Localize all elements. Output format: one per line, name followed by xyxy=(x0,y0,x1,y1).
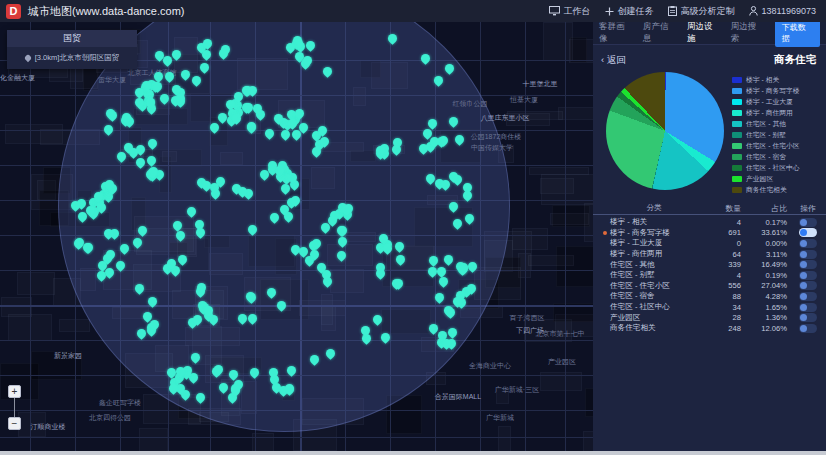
tab-房产信息[interactable]: 房产信息 xyxy=(643,21,676,45)
create-task-button[interactable]: 创建任务 xyxy=(605,5,654,18)
table-row: 楼宇 - 商住两用643.11% xyxy=(593,249,826,260)
row-percent: 27.04% xyxy=(741,281,787,290)
row-toggle[interactable] xyxy=(799,303,817,312)
map-label: 文化金融大厦 xyxy=(0,73,35,83)
location-title: 国贸 xyxy=(7,30,137,47)
row-count: 248 xyxy=(705,324,741,333)
row-percent: 12.06% xyxy=(741,324,787,333)
tab-周边设施[interactable]: 周边设施 xyxy=(687,21,720,45)
pie-chart[interactable] xyxy=(606,72,724,190)
top-bar: D 城市地图(www.data-dance.com) 工作台 创建任务 高级分析… xyxy=(0,0,826,22)
location-detail: [3.0km]北京市朝阳区国贸 xyxy=(35,53,120,63)
user-icon xyxy=(749,6,758,16)
row-toggle[interactable] xyxy=(799,292,817,301)
row-category: 商务住宅相关 xyxy=(603,323,705,333)
map-label: 雷华大厦 xyxy=(98,75,126,85)
map-label: 十里堡北里 xyxy=(523,79,558,89)
row-toggle[interactable] xyxy=(799,239,817,248)
row-toggle[interactable] xyxy=(799,271,817,280)
table-row: 住宅区 - 宿舍884.28% xyxy=(593,291,826,302)
map-label: 中国传媒大学 xyxy=(471,143,513,153)
row-percent: 1.65% xyxy=(741,303,787,312)
row-category: 产业园区 xyxy=(603,313,705,323)
zoom-out-button[interactable]: − xyxy=(8,417,21,430)
row-category: 住宅区 - 宿舍 xyxy=(603,291,705,301)
row-category: 住宅区 - 社区中心 xyxy=(603,302,705,312)
map-label: 恒基大厦 xyxy=(510,95,538,105)
legend-item[interactable]: 住宅区 - 宿舍 xyxy=(732,152,800,163)
legend-label: 楼宇 - 商住两用 xyxy=(746,108,793,118)
legend-item[interactable]: 住宅区 - 社区中心 xyxy=(732,163,800,174)
row-toggle[interactable] xyxy=(799,313,817,322)
clipboard-icon xyxy=(668,6,677,16)
row-count: 28 xyxy=(705,313,741,322)
table-header-row: 分类 数量 占比 操作 xyxy=(593,202,826,215)
map-label: 全海商业中心 xyxy=(469,361,511,371)
pie-legend: 楼宇 - 相关楼宇 - 商务写字楼楼宇 - 工业大厦楼宇 - 商住两用住宅区 -… xyxy=(732,74,800,196)
row-toggle[interactable] xyxy=(799,250,817,259)
legend-item[interactable]: 楼宇 - 商住两用 xyxy=(732,107,800,118)
row-count: 339 xyxy=(705,260,741,269)
tab-客群画像[interactable]: 客群画像 xyxy=(599,21,632,45)
location-detail-row: [3.0km]北京市朝阳区国贸 xyxy=(7,47,137,69)
map-label: 产业园区 xyxy=(548,357,576,367)
legend-label: 住宅区 - 社区中心 xyxy=(746,163,800,173)
row-category: 住宅区 - 其他 xyxy=(603,260,705,270)
row-count: 0 xyxy=(705,239,741,248)
bottom-edge-strip xyxy=(0,451,826,455)
download-data-button[interactable]: 下载数据 xyxy=(775,19,820,47)
row-percent: 0.00% xyxy=(741,239,787,248)
row-toggle[interactable] xyxy=(799,218,817,227)
account-phone[interactable]: 13811969073 xyxy=(749,6,816,16)
row-percent: 4.28% xyxy=(741,292,787,301)
legend-item[interactable]: 住宅区 - 别墅 xyxy=(732,129,800,140)
advanced-analysis-button[interactable]: 高级分析定制 xyxy=(668,5,735,18)
col-category: 分类 xyxy=(603,203,705,213)
table-row: 住宅区 - 住宅小区55627.04% xyxy=(593,281,826,292)
map-label: 鑫企旺写字楼 xyxy=(99,398,141,408)
legend-swatch xyxy=(732,143,742,149)
row-category: 楼宇 - 工业大厦 xyxy=(603,238,705,248)
row-toggle[interactable] xyxy=(799,324,817,333)
selected-row-dot xyxy=(603,231,607,235)
workbench-button[interactable]: 工作台 xyxy=(549,5,591,18)
row-toggle[interactable] xyxy=(799,228,817,237)
app-logo: D xyxy=(6,4,21,19)
zoom-in-button[interactable]: + xyxy=(8,385,21,398)
panel-tabbar: 客群画像房产信息周边设施周边搜索 下载数据 xyxy=(593,22,826,45)
row-toggle[interactable] xyxy=(799,260,817,269)
row-count: 64 xyxy=(705,250,741,259)
location-pin-icon xyxy=(23,54,31,62)
legend-item[interactable]: 产业园区 xyxy=(732,174,800,185)
table-row: 商务住宅相关24812.06% xyxy=(593,323,826,334)
legend-item[interactable]: 楼宇 - 相关 xyxy=(732,74,800,85)
app-window: D 城市地图(www.data-dance.com) 工作台 创建任务 高级分析… xyxy=(0,0,826,455)
monitor-icon xyxy=(549,6,560,16)
row-count: 4 xyxy=(705,271,741,280)
row-count: 4 xyxy=(705,218,741,227)
table-body: 楼宇 - 相关40.17%楼宇 - 商务写字楼69133.61%楼宇 - 工业大… xyxy=(593,217,826,334)
back-button[interactable]: ‹ 返回 xyxy=(601,54,626,67)
tab-周边搜索[interactable]: 周边搜索 xyxy=(731,21,764,45)
legend-label: 产业园区 xyxy=(746,174,773,184)
legend-item[interactable]: 商务住宅相关 xyxy=(732,185,800,196)
chart-header: ‹ 返回 商务住宅 xyxy=(593,45,826,67)
legend-item[interactable]: 楼宇 - 工业大厦 xyxy=(732,96,800,107)
row-category: 住宅区 - 别墅 xyxy=(603,270,705,280)
row-category: 楼宇 - 商住两用 xyxy=(603,249,705,259)
row-count: 34 xyxy=(705,303,741,312)
legend-item[interactable]: 住宅区 - 住宅小区 xyxy=(732,141,800,152)
legend-item[interactable]: 住宅区 - 其他 xyxy=(732,118,800,129)
legend-swatch xyxy=(732,176,742,182)
row-category: 楼宇 - 商务写字楼 xyxy=(603,228,705,238)
legend-label: 楼宇 - 工业大厦 xyxy=(746,97,793,107)
location-info-card: 国贸 [3.0km]北京市朝阳区国贸 xyxy=(7,30,137,69)
row-percent: 3.11% xyxy=(741,250,787,259)
chart-title: 商务住宅 xyxy=(774,53,816,67)
table-row: 楼宇 - 商务写字楼69133.61% xyxy=(593,228,826,239)
legend-item[interactable]: 楼宇 - 商务写字楼 xyxy=(732,85,800,96)
row-count: 691 xyxy=(705,228,741,237)
map-canvas[interactable]: 文化金融大厦雷华大厦北京工人体育馆十里堡北里恒基大厦红领巾公园八里庄东里小区公园… xyxy=(0,22,593,451)
row-toggle[interactable] xyxy=(799,281,817,290)
map-label: 北京四得公园 xyxy=(89,413,131,423)
